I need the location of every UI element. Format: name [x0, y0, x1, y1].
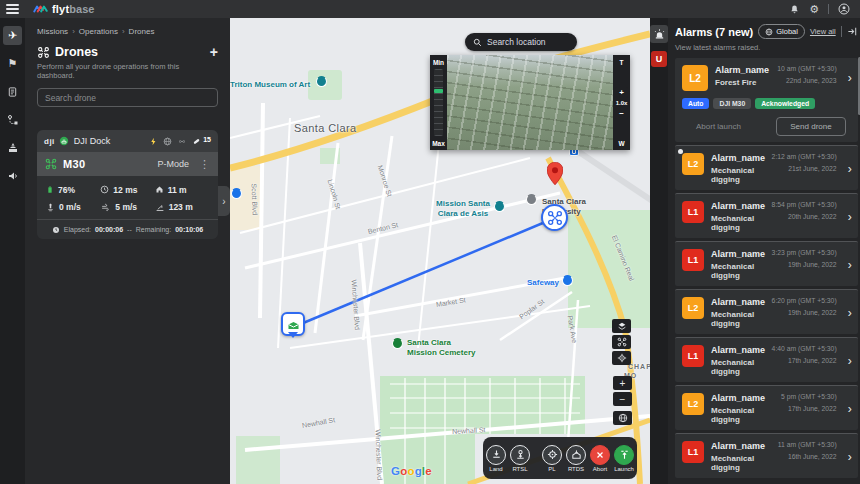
chevron-right-icon[interactable]: ›: [848, 451, 852, 463]
sidebar-item-announcements[interactable]: [3, 166, 22, 185]
telemetry-grid: 76% 12 ms 11 m: [37, 176, 218, 219]
search-drone-input[interactable]: [37, 88, 218, 107]
destination-pin[interactable]: [547, 162, 563, 185]
alarms-panel: U Alarms (7 new) Global View all: [650, 18, 860, 484]
alarm-date: 22nd June, 2023: [777, 77, 836, 84]
rtsl-button[interactable]: RTSL: [510, 445, 530, 472]
alarm-name: Alarm_name: [711, 201, 765, 211]
view-all-link[interactable]: View all: [810, 27, 836, 36]
alarm-card-expanded[interactable]: L2 Alarm_name Forest Fire 10 am (GMT +5:…: [675, 58, 858, 142]
document-icon: [7, 86, 18, 98]
abort-launch-button[interactable]: Abort launch: [696, 122, 741, 131]
search-location-input[interactable]: [487, 37, 567, 47]
chevron-right-icon[interactable]: ›: [848, 211, 852, 223]
settings-gear-icon[interactable]: ⚙: [809, 4, 819, 15]
pl-button[interactable]: PL: [542, 445, 562, 472]
unleash-live-logo[interactable]: U: [651, 51, 667, 67]
alarm-card[interactable]: L1 Alarm_name Mechanical digging 3:23 pm…: [675, 241, 858, 286]
alarm-card[interactable]: L2 Alarm_name Mechanical digging 6:20 pm…: [675, 289, 858, 334]
chevron-right-icon[interactable]: ›: [848, 307, 852, 319]
notifications-bell-icon[interactable]: [789, 4, 800, 15]
menu-icon[interactable]: [0, 0, 25, 18]
cemetery-marker[interactable]: [392, 338, 403, 349]
sidebar-item-docks[interactable]: [3, 138, 22, 157]
elapsed-value: 00:00:06: [95, 226, 123, 233]
topbar-divider: [828, 4, 829, 14]
telemetry-vertical-speed: 0 m/s: [46, 202, 100, 212]
rtds-button[interactable]: RTDS: [566, 445, 586, 472]
breadcrumb-missions[interactable]: Missions: [37, 27, 68, 36]
sidebar-item-flags[interactable]: ⚑: [3, 54, 22, 73]
dji-brand-mark: dji: [44, 137, 55, 146]
breadcrumb-operations[interactable]: Operations: [79, 27, 118, 36]
alarms-tab-button[interactable]: [650, 25, 668, 43]
add-drone-button[interactable]: +: [210, 45, 218, 59]
map-zoom-in-button[interactable]: +: [613, 376, 632, 390]
mission-marker[interactable]: [494, 201, 505, 212]
alarm-desc: Mechanical digging: [711, 166, 765, 184]
dock-map-marker[interactable]: [281, 312, 305, 336]
zoom-slider-handle[interactable]: [434, 89, 443, 93]
triton-museum-marker[interactable]: [316, 76, 327, 87]
alarm-level-badge: L2: [682, 153, 704, 175]
map-zoom-out-button[interactable]: −: [613, 392, 632, 406]
telemetry-ground-speed: 5 m/s: [100, 202, 154, 212]
satellite-icon: [192, 136, 202, 146]
alarm-card[interactable]: L1 Alarm_name Mechanical digging 8:54 pm…: [675, 193, 858, 238]
alarm-desc: Mechanical digging: [711, 406, 774, 424]
alarm-card[interactable]: L2 Alarm_name Mechanical digging 2:12 am…: [675, 145, 858, 190]
alarm-card[interactable]: L2 Alarm_name Mechanical digging 5 pm (G…: [675, 385, 858, 430]
alarm-name: Alarm_name: [711, 441, 771, 451]
sidebar-item-routes[interactable]: [3, 110, 22, 129]
user-avatar-icon[interactable]: [838, 3, 850, 15]
poi-label-cemetery[interactable]: Santa Clara Mission Cemetery: [407, 338, 475, 357]
sidebar-item-logs[interactable]: [3, 82, 22, 101]
aerial-video-feed[interactable]: [447, 55, 613, 150]
chevron-right-icon[interactable]: ›: [848, 163, 852, 175]
drone-menu-kebab-icon[interactable]: ⋮: [199, 158, 210, 171]
chevron-right-icon[interactable]: ›: [848, 403, 852, 415]
sidebar-item-missions[interactable]: ✈: [3, 26, 22, 45]
collapse-panel-icon[interactable]: [847, 26, 858, 37]
camera-zoom-level: 1.0x: [616, 100, 628, 106]
camera-zoom-in-button[interactable]: +: [615, 87, 628, 98]
drone-marker-icon: [547, 210, 563, 226]
global-filter-button[interactable]: Global: [758, 24, 805, 39]
launch-button[interactable]: Launch: [614, 445, 634, 472]
alarm-card[interactable]: L1 Alarm_name Mechanical digging 4:40 am…: [675, 337, 858, 382]
map-zoom-controls: + −: [613, 376, 632, 425]
breadcrumb-drones[interactable]: Drones: [129, 27, 155, 36]
alarm-card[interactable]: L1 Alarm_name Mechanical digging 11 am (…: [675, 433, 858, 478]
drone-row-m30[interactable]: M30 P-Mode ⋮: [37, 152, 218, 176]
panel-collapse-chevron[interactable]: ›: [218, 186, 230, 216]
poi-label-safeway[interactable]: Safeway: [527, 278, 559, 287]
chevron-right-icon[interactable]: ›: [848, 355, 852, 367]
camera-zoom-out-button[interactable]: −: [615, 108, 628, 119]
map-search-bar: [465, 33, 577, 51]
shopping-poi-marker[interactable]: [231, 188, 242, 199]
alarm-level-badge: L1: [682, 249, 704, 271]
dock-card[interactable]: dji DJI Dock: [37, 130, 218, 239]
alarm-name: Alarm_name: [711, 297, 765, 307]
camera-zoom-slider[interactable]: [434, 69, 443, 136]
map-canvas[interactable]: Santa Clara Triton Museum of Art Mission…: [230, 18, 650, 484]
alarm-time: 10 am (GMT +5:30): [777, 65, 836, 72]
alarm-desc: Mechanical digging: [711, 358, 765, 376]
safeway-marker[interactable]: [562, 275, 573, 286]
chevron-right-icon[interactable]: ›: [848, 259, 852, 271]
abort-button[interactable]: Abort: [590, 445, 610, 472]
city-label-santa-clara: Santa Clara: [294, 122, 357, 134]
chevron-right-icon[interactable]: ›: [848, 72, 852, 84]
alarm-desc: Mechanical digging: [711, 262, 765, 280]
map-globe-button[interactable]: [613, 411, 632, 425]
tele-label: T: [620, 57, 624, 67]
recenter-button[interactable]: [612, 351, 631, 365]
poi-label-triton-museum[interactable]: Triton Museum of Art: [230, 80, 310, 90]
drone-map-marker[interactable]: [541, 204, 568, 231]
focus-drone-button[interactable]: [612, 335, 631, 349]
land-button[interactable]: Land: [486, 445, 506, 472]
map-layers-button[interactable]: [612, 319, 631, 333]
university-marker[interactable]: [526, 194, 537, 205]
send-drone-button[interactable]: Send drone: [776, 117, 845, 136]
nav-sidebar: ✈ ⚑: [0, 18, 25, 484]
